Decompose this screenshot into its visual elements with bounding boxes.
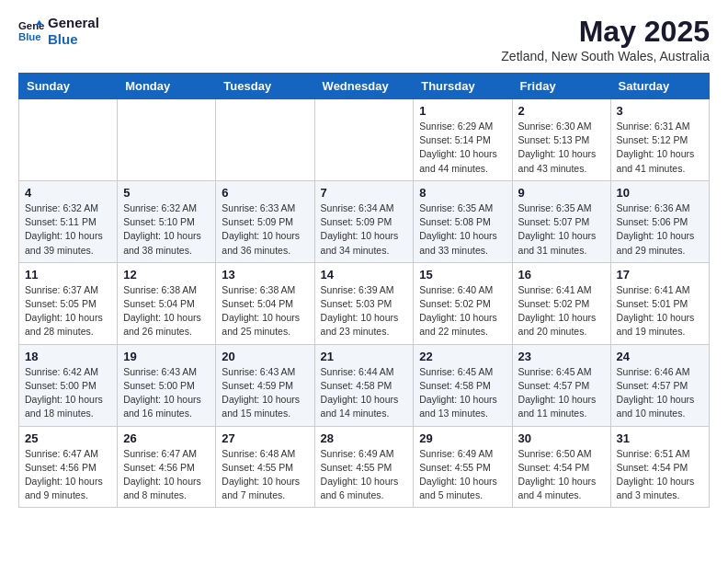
day-number: 7 <box>321 186 408 200</box>
calendar-cell: 1Sunrise: 6:29 AM Sunset: 5:14 PM Daylig… <box>414 99 512 181</box>
day-number: 30 <box>518 431 605 445</box>
calendar-cell: 27Sunrise: 6:48 AM Sunset: 4:55 PM Dayli… <box>216 426 314 508</box>
logo-icon: General Blue <box>18 18 44 44</box>
day-info: Sunrise: 6:35 AM Sunset: 5:08 PM Dayligh… <box>419 201 506 258</box>
calendar-cell: 15Sunrise: 6:40 AM Sunset: 5:02 PM Dayli… <box>414 262 512 344</box>
day-info: Sunrise: 6:30 AM Sunset: 5:13 PM Dayligh… <box>518 120 605 176</box>
calendar-cell: 17Sunrise: 6:41 AM Sunset: 5:01 PM Dayli… <box>610 262 709 344</box>
day-info: Sunrise: 6:51 AM Sunset: 4:54 PM Dayligh… <box>617 447 703 503</box>
day-info: Sunrise: 6:45 AM Sunset: 4:57 PM Dayligh… <box>518 365 605 421</box>
calendar-cell: 22Sunrise: 6:45 AM Sunset: 4:58 PM Dayli… <box>414 344 512 426</box>
day-info: Sunrise: 6:43 AM Sunset: 4:59 PM Dayligh… <box>222 365 308 421</box>
day-number: 28 <box>321 431 408 445</box>
week-row-5: 25Sunrise: 6:47 AM Sunset: 4:56 PM Dayli… <box>19 426 710 508</box>
day-number: 14 <box>321 268 408 282</box>
day-number: 18 <box>25 350 111 363</box>
week-row-1: 1Sunrise: 6:29 AM Sunset: 5:14 PM Daylig… <box>19 99 710 181</box>
day-number: 13 <box>222 268 308 282</box>
day-info: Sunrise: 6:31 AM Sunset: 5:12 PM Dayligh… <box>617 120 703 176</box>
calendar-cell: 2Sunrise: 6:30 AM Sunset: 5:13 PM Daylig… <box>512 99 610 181</box>
day-info: Sunrise: 6:35 AM Sunset: 5:07 PM Dayligh… <box>518 201 605 258</box>
day-info: Sunrise: 6:49 AM Sunset: 4:55 PM Dayligh… <box>419 447 506 503</box>
calendar-cell: 4Sunrise: 6:32 AM Sunset: 5:11 PM Daylig… <box>19 180 118 262</box>
day-info: Sunrise: 6:38 AM Sunset: 5:04 PM Dayligh… <box>222 283 308 339</box>
day-info: Sunrise: 6:39 AM Sunset: 5:03 PM Dayligh… <box>321 283 408 339</box>
weekday-header-saturday: Saturday <box>610 74 709 99</box>
header: General Blue General Blue May 2025 Zetla… <box>18 15 710 63</box>
day-number: 17 <box>617 268 703 282</box>
calendar-cell: 13Sunrise: 6:38 AM Sunset: 5:04 PM Dayli… <box>216 262 314 344</box>
day-number: 6 <box>222 186 308 200</box>
month-title: May 2025 <box>501 15 710 49</box>
calendar-cell: 26Sunrise: 6:47 AM Sunset: 4:56 PM Dayli… <box>118 426 216 508</box>
calendar-cell <box>118 99 216 181</box>
day-number: 23 <box>518 350 605 363</box>
day-info: Sunrise: 6:41 AM Sunset: 5:01 PM Dayligh… <box>617 283 703 339</box>
day-info: Sunrise: 6:29 AM Sunset: 5:14 PM Dayligh… <box>419 120 506 176</box>
day-number: 11 <box>25 268 111 282</box>
calendar-cell: 14Sunrise: 6:39 AM Sunset: 5:03 PM Dayli… <box>314 262 414 344</box>
day-number: 21 <box>321 350 408 363</box>
day-info: Sunrise: 6:34 AM Sunset: 5:09 PM Dayligh… <box>321 201 408 258</box>
calendar-cell: 28Sunrise: 6:49 AM Sunset: 4:55 PM Dayli… <box>314 426 414 508</box>
day-number: 8 <box>419 186 506 200</box>
calendar-cell: 3Sunrise: 6:31 AM Sunset: 5:12 PM Daylig… <box>610 99 709 181</box>
calendar-cell: 11Sunrise: 6:37 AM Sunset: 5:05 PM Dayli… <box>19 262 118 344</box>
calendar-cell: 10Sunrise: 6:36 AM Sunset: 5:06 PM Dayli… <box>610 180 709 262</box>
day-info: Sunrise: 6:33 AM Sunset: 5:09 PM Dayligh… <box>222 201 308 258</box>
day-number: 10 <box>617 186 703 200</box>
calendar-cell: 18Sunrise: 6:42 AM Sunset: 5:00 PM Dayli… <box>19 344 118 426</box>
day-info: Sunrise: 6:44 AM Sunset: 4:58 PM Dayligh… <box>321 365 408 421</box>
day-number: 9 <box>518 186 605 200</box>
day-number: 29 <box>419 431 506 445</box>
calendar-table: SundayMondayTuesdayWednesdayThursdayFrid… <box>18 73 710 508</box>
location-title: Zetland, New South Wales, Australia <box>501 49 710 63</box>
weekday-header-friday: Friday <box>512 74 610 99</box>
day-info: Sunrise: 6:48 AM Sunset: 4:55 PM Dayligh… <box>222 447 308 503</box>
weekday-header-wednesday: Wednesday <box>314 74 414 99</box>
day-info: Sunrise: 6:36 AM Sunset: 5:06 PM Dayligh… <box>617 201 703 258</box>
calendar-cell: 7Sunrise: 6:34 AM Sunset: 5:09 PM Daylig… <box>314 180 414 262</box>
logo-general: General <box>48 15 99 30</box>
calendar-cell <box>19 99 118 181</box>
day-info: Sunrise: 6:40 AM Sunset: 5:02 PM Dayligh… <box>419 283 506 339</box>
calendar-cell: 8Sunrise: 6:35 AM Sunset: 5:08 PM Daylig… <box>414 180 512 262</box>
calendar-cell: 25Sunrise: 6:47 AM Sunset: 4:56 PM Dayli… <box>19 426 118 508</box>
weekday-header-sunday: Sunday <box>19 74 118 99</box>
day-number: 3 <box>617 104 703 118</box>
logo: General Blue General Blue <box>18 15 99 48</box>
day-info: Sunrise: 6:45 AM Sunset: 4:58 PM Dayligh… <box>419 365 506 421</box>
day-info: Sunrise: 6:37 AM Sunset: 5:05 PM Dayligh… <box>25 283 111 339</box>
day-number: 22 <box>419 350 506 363</box>
weekday-header-row: SundayMondayTuesdayWednesdayThursdayFrid… <box>19 74 710 99</box>
day-number: 16 <box>518 268 605 282</box>
calendar-cell: 5Sunrise: 6:32 AM Sunset: 5:10 PM Daylig… <box>118 180 216 262</box>
day-number: 27 <box>222 431 308 445</box>
week-row-4: 18Sunrise: 6:42 AM Sunset: 5:00 PM Dayli… <box>19 344 710 426</box>
svg-text:Blue: Blue <box>18 31 41 42</box>
day-info: Sunrise: 6:46 AM Sunset: 4:57 PM Dayligh… <box>617 365 703 421</box>
week-row-3: 11Sunrise: 6:37 AM Sunset: 5:05 PM Dayli… <box>19 262 710 344</box>
weekday-header-thursday: Thursday <box>414 74 512 99</box>
calendar-cell: 12Sunrise: 6:38 AM Sunset: 5:04 PM Dayli… <box>118 262 216 344</box>
day-number: 25 <box>25 431 111 445</box>
day-number: 15 <box>419 268 506 282</box>
calendar-cell: 20Sunrise: 6:43 AM Sunset: 4:59 PM Dayli… <box>216 344 314 426</box>
weekday-header-tuesday: Tuesday <box>216 74 314 99</box>
day-number: 2 <box>518 104 605 118</box>
logo-blue: Blue <box>48 31 78 47</box>
day-info: Sunrise: 6:47 AM Sunset: 4:56 PM Dayligh… <box>123 447 210 503</box>
day-number: 24 <box>617 350 703 363</box>
calendar-cell: 9Sunrise: 6:35 AM Sunset: 5:07 PM Daylig… <box>512 180 610 262</box>
calendar-cell: 30Sunrise: 6:50 AM Sunset: 4:54 PM Dayli… <box>512 426 610 508</box>
day-info: Sunrise: 6:32 AM Sunset: 5:10 PM Dayligh… <box>123 201 210 258</box>
calendar-cell: 19Sunrise: 6:43 AM Sunset: 5:00 PM Dayli… <box>118 344 216 426</box>
calendar-cell: 21Sunrise: 6:44 AM Sunset: 4:58 PM Dayli… <box>314 344 414 426</box>
day-number: 20 <box>222 350 308 363</box>
day-info: Sunrise: 6:50 AM Sunset: 4:54 PM Dayligh… <box>518 447 605 503</box>
day-info: Sunrise: 6:43 AM Sunset: 5:00 PM Dayligh… <box>123 365 210 421</box>
day-info: Sunrise: 6:49 AM Sunset: 4:55 PM Dayligh… <box>321 447 408 503</box>
day-info: Sunrise: 6:38 AM Sunset: 5:04 PM Dayligh… <box>123 283 210 339</box>
calendar-cell: 16Sunrise: 6:41 AM Sunset: 5:02 PM Dayli… <box>512 262 610 344</box>
calendar-cell: 23Sunrise: 6:45 AM Sunset: 4:57 PM Dayli… <box>512 344 610 426</box>
